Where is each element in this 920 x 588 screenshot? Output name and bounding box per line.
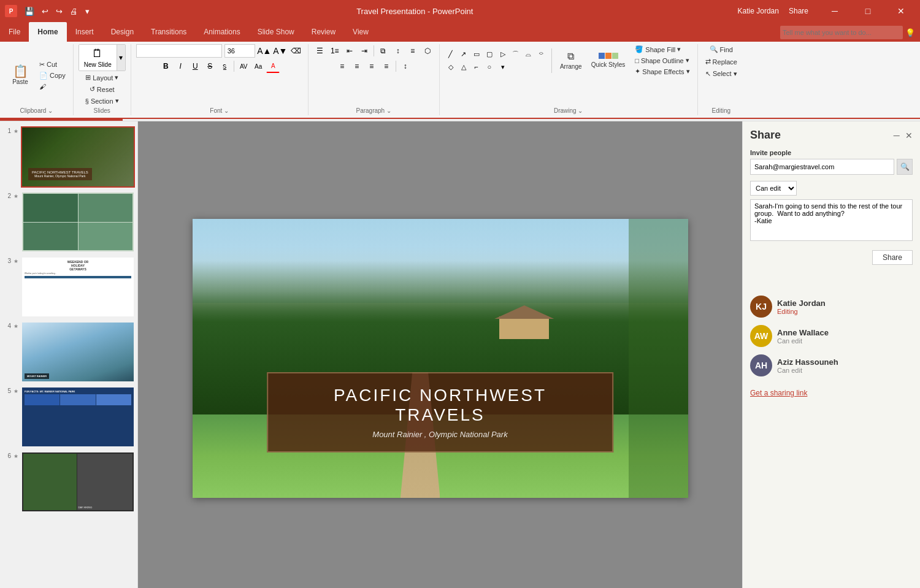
paste-btn[interactable]: 📋 Paste	[5, 63, 36, 88]
share-action-btn[interactable]: Share	[872, 250, 913, 265]
arc-shape[interactable]: ⌔	[535, 48, 548, 60]
tab-transitions[interactable]: Transitions	[142, 22, 195, 42]
get-sharing-link[interactable]: Get a sharing link	[750, 389, 913, 397]
font-color-btn[interactable]: A	[266, 59, 280, 73]
quick-styles-btn[interactable]: Quick Styles	[588, 52, 629, 69]
share-btn-title[interactable]: Share	[789, 7, 808, 15]
format-painter-btn[interactable]: 🖌	[37, 82, 68, 91]
bold-btn[interactable]: B	[159, 59, 172, 73]
clipboard-expand[interactable]: ⌄	[48, 107, 53, 114]
print-qa-btn[interactable]: 🖨	[67, 6, 80, 17]
slide-thumb-5[interactable]: 5 ★ FUN FACTS: MT. RAINIER NATIONAL PARK	[2, 386, 135, 448]
shadow-btn[interactable]: S̲	[218, 59, 231, 73]
increase-indent-btn[interactable]: ⇥	[358, 44, 371, 58]
tab-insert[interactable]: Insert	[67, 22, 102, 42]
bend-shape[interactable]: ⌓	[523, 48, 535, 60]
change-case-btn[interactable]: Aa	[251, 59, 265, 73]
callout-shape[interactable]: ▷	[497, 48, 509, 60]
slide-title-box[interactable]: PACIFIC NORTHWEST TRAVELS Mount Rainier …	[267, 372, 614, 452]
share-minimize-btn[interactable]: ─	[894, 131, 900, 140]
triangle-shape[interactable]: △	[458, 61, 470, 73]
slide-preview-2[interactable]	[21, 191, 135, 253]
tab-slideshow[interactable]: Slide Show	[249, 22, 303, 42]
arrow-shape[interactable]: ↗	[458, 48, 470, 60]
tab-view[interactable]: View	[344, 22, 377, 42]
share-close-btn[interactable]: ✕	[905, 131, 913, 140]
drawing-expand[interactable]: ⌄	[578, 107, 583, 114]
slide-thumb-3[interactable]: 3 ★ WEEKEND ORHOLIDAYGETAWAYS Whether yo…	[2, 256, 135, 318]
align-left-btn[interactable]: ≡	[335, 59, 349, 73]
shape-outline-btn[interactable]: □ Shape Outline ▾	[632, 55, 692, 66]
replace-btn[interactable]: ⇄ Replace	[703, 56, 740, 67]
slide-thumb-2[interactable]: 2 ★	[2, 191, 135, 253]
tab-design[interactable]: Design	[102, 22, 142, 42]
decrease-font-btn[interactable]: A▼	[274, 44, 287, 58]
char-spacing-btn[interactable]: AV	[237, 59, 250, 73]
message-input[interactable]: Sarah-I'm going to send this to the rest…	[750, 199, 913, 241]
rect-shape[interactable]: ▭	[470, 48, 483, 60]
tab-home[interactable]: Home	[29, 22, 66, 42]
curve-shape[interactable]: ⌒	[510, 48, 522, 60]
slide-thumb-6[interactable]: 6 ★ DAY HIKING	[2, 451, 135, 513]
invite-search-btn[interactable]: 🔍	[897, 159, 913, 175]
shapes-more[interactable]: ▾	[497, 61, 509, 73]
section-btn[interactable]: § Section ▾	[83, 96, 121, 106]
slide-thumb-1[interactable]: 1 ★ PACIFIC NORTHWEST TRAVELSMount Raini…	[2, 126, 135, 188]
reset-btn[interactable]: ↺ Reset	[87, 84, 117, 94]
align-text-btn[interactable]: ≡	[406, 44, 420, 58]
slide-preview-4[interactable]: MOUNT RAINIER	[21, 321, 135, 383]
slide-preview-1[interactable]: PACIFIC NORTHWEST TRAVELSMount Rainier, …	[21, 126, 135, 188]
slide-thumb-4[interactable]: 4 ★ MOUNT RAINIER	[2, 321, 135, 383]
columns-btn[interactable]: ⧉	[377, 44, 390, 58]
tab-file[interactable]: File	[0, 22, 29, 42]
copy-btn[interactable]: 📄 Copy	[37, 71, 68, 81]
slide-preview-3[interactable]: WEEKEND ORHOLIDAYGETAWAYS Whether you're…	[21, 256, 135, 318]
diamond-shape[interactable]: ◇	[445, 61, 457, 73]
clear-format-btn[interactable]: ⌫	[289, 44, 303, 58]
line-spacing-btn[interactable]: ↕	[399, 59, 412, 73]
underline-btn[interactable]: U	[188, 59, 202, 73]
numbering-btn[interactable]: 1≡	[328, 44, 342, 58]
bullets-btn[interactable]: ☰	[313, 44, 327, 58]
slide-preview-5[interactable]: FUN FACTS: MT. RAINIER NATIONAL PARK	[21, 386, 135, 448]
para-expand[interactable]: ⌄	[386, 107, 391, 114]
select-btn[interactable]: ↖ Select ▾	[703, 69, 740, 79]
customize-qa-btn[interactable]: ▾	[83, 6, 92, 17]
save-qa-btn[interactable]: 💾	[22, 6, 37, 17]
oval-shape[interactable]: ○	[483, 61, 496, 73]
text-direction-btn[interactable]: ↕	[391, 44, 405, 58]
decrease-indent-btn[interactable]: ⇤	[343, 44, 356, 58]
font-family-input[interactable]	[136, 44, 222, 58]
slide-preview-6[interactable]: DAY HIKING	[21, 451, 135, 513]
font-size-input[interactable]	[224, 44, 255, 58]
find-btn[interactable]: 🔍 Find	[707, 44, 735, 55]
tab-animations[interactable]: Animations	[195, 22, 248, 42]
smartart-btn[interactable]: ⬡	[421, 44, 434, 58]
new-slide-btn[interactable]: 🗒 New Slide ▾	[79, 44, 126, 71]
tell-me-input[interactable]	[780, 26, 903, 39]
rounded-rect-shape[interactable]: ▢	[483, 48, 496, 60]
undo-qa-btn[interactable]: ↩	[39, 6, 51, 17]
permission-select[interactable]: Can edit Can view	[750, 181, 797, 196]
increase-font-btn[interactable]: A▲	[258, 44, 271, 58]
minimize-btn[interactable]: ─	[821, 0, 849, 22]
shape-fill-btn[interactable]: 🪣 Shape Fill ▾	[632, 44, 692, 55]
maximize-btn[interactable]: □	[854, 0, 882, 22]
align-center-btn[interactable]: ≡	[350, 59, 364, 73]
invite-input[interactable]	[750, 159, 894, 175]
shape-effects-btn[interactable]: ✦ Shape Effects ▾	[632, 66, 692, 77]
layout-btn[interactable]: ⊞ Layout ▾	[83, 72, 121, 83]
close-btn[interactable]: ✕	[887, 0, 915, 22]
slide-canvas[interactable]: PACIFIC NORTHWEST TRAVELS Mount Rainier …	[193, 219, 688, 498]
align-right-btn[interactable]: ≡	[365, 59, 378, 73]
cut-btn[interactable]: ✂ Cut	[37, 59, 68, 70]
italic-btn[interactable]: I	[174, 59, 187, 73]
line-shape[interactable]: ╱	[445, 48, 457, 60]
elbow-shape[interactable]: ⌐	[470, 61, 483, 73]
justify-btn[interactable]: ≡	[380, 59, 393, 73]
arrange-btn[interactable]: ⧉ Arrange	[556, 50, 586, 71]
redo-qa-btn[interactable]: ↪	[53, 6, 65, 17]
strikethrough-btn[interactable]: S	[203, 59, 217, 73]
tab-review[interactable]: Review	[303, 22, 344, 42]
font-expand[interactable]: ⌄	[224, 107, 229, 114]
